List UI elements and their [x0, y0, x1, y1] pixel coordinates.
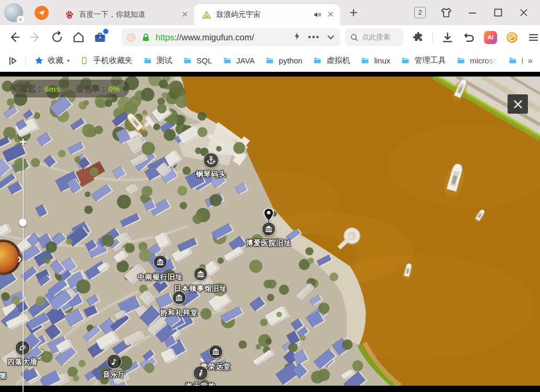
chevron-down-icon[interactable]	[327, 32, 335, 42]
search-icon	[350, 33, 359, 42]
bookmark-item[interactable]: JAVA	[222, 56, 255, 65]
tab-close-icon[interactable]: ✕	[181, 10, 189, 19]
bookmark-item[interactable]: linux	[360, 56, 390, 65]
latency-label: 延迟：	[20, 84, 43, 94]
folder-icon	[182, 56, 193, 65]
bookmark-item[interactable]: K8S	[508, 56, 523, 65]
extensions-puzzle-icon[interactable]	[412, 31, 425, 44]
window-close-button[interactable]	[518, 7, 530, 18]
tab-baidu[interactable]: du 百度一下，你就知道 ✕	[57, 4, 194, 25]
bookmark-item[interactable]: 虚拟机	[312, 56, 350, 66]
avatar-badge: v	[17, 16, 24, 23]
tab-gulangyu[interactable]: 鼓浪屿元宇宙 ✕	[194, 4, 340, 25]
map-marker-label: 博爱医院旧址	[246, 238, 292, 248]
svg-text:du: du	[68, 15, 71, 18]
bookmark-label: K8S	[522, 56, 523, 65]
folder-icon	[508, 56, 518, 65]
zoom-in-control[interactable]: +	[18, 135, 28, 149]
map-marker-label: 音乐厅	[103, 370, 126, 379]
new-tab-button[interactable]: +	[349, 6, 358, 19]
folder-icon	[312, 56, 323, 65]
museum-icon	[194, 267, 208, 281]
reload-button[interactable]	[50, 30, 64, 44]
back-button[interactable]	[7, 30, 21, 44]
download-icon[interactable]	[441, 31, 454, 44]
tab-close-icon[interactable]: ✕	[326, 10, 335, 19]
theme-shirt-icon[interactable]	[440, 6, 453, 19]
map-marker-label: 第	[0, 372, 7, 381]
more-dots-icon[interactable]: •••	[308, 32, 320, 42]
bookmark-label: linux	[374, 56, 390, 65]
search-placeholder: 点此搜索	[362, 32, 390, 42]
close-game-button[interactable]	[508, 94, 528, 114]
bookmarks-overflow-icon[interactable]: »	[528, 56, 533, 66]
latency-value: 6ms	[45, 84, 60, 93]
browser-window: v du 百度一下，你就知道 ✕ 鼓浪屿元宇宙 ✕ + 2	[0, 0, 540, 392]
map-marker-label: 协和礼拜堂	[160, 308, 199, 318]
home-button[interactable]	[72, 30, 85, 44]
site-icon	[127, 33, 136, 42]
folder-icon	[142, 56, 153, 65]
network-status-hud: 延迟： 6ms 丢包率： 0%	[10, 80, 129, 97]
packet-loss-value: 0%	[108, 84, 120, 93]
packet-loss-label: 丢包率：	[76, 84, 107, 94]
audio-playing-icon[interactable]	[313, 10, 322, 19]
bookmark-item[interactable]: python	[265, 56, 302, 65]
sidebar-toggle-icon[interactable]	[7, 55, 19, 67]
close-icon	[513, 99, 523, 110]
ai-assistant-icon[interactable]: AI	[484, 31, 497, 44]
caret-down-icon[interactable]: ▾	[67, 58, 70, 63]
url-bar[interactable]: https://www.migufun.com/ •••	[122, 28, 340, 46]
titlebar: v du 百度一下，你就知道 ✕ 鼓浪屿元宇宙 ✕ + 2	[0, 0, 540, 25]
bookmark-items: 手机收藏夹测试SQLJAVApython虚拟机linux管理工具microsoK…	[79, 56, 523, 66]
maximize-button[interactable]	[492, 7, 504, 18]
game-map[interactable]: 钢琴码头博爱医院旧址中南银行旧址日本领事馆旧址协和礼拜堂四落大厝音乐厅黄荣远堂海…	[0, 77, 540, 386]
folder-icon	[456, 56, 466, 65]
bookmark-label: python	[279, 56, 302, 65]
bookmark-label: 测试	[157, 56, 172, 66]
map-marker-label: 海天堂构	[185, 382, 216, 386]
search-box[interactable]: 点此搜索	[345, 28, 403, 46]
undo-history-icon[interactable]	[462, 31, 476, 44]
anchor-icon	[203, 153, 219, 168]
museum-icon	[153, 255, 168, 269]
tab-title: 百度一下，你就知道	[79, 10, 181, 19]
bookmark-label: 管理工具	[414, 56, 446, 66]
triangle-site-icon	[202, 10, 212, 20]
quick-send-icon[interactable]	[35, 6, 49, 20]
zoom-slider-handle[interactable]	[19, 219, 27, 226]
lightning-icon[interactable]	[293, 31, 301, 43]
folder-icon	[360, 56, 370, 65]
baidu-paw-icon: du	[64, 10, 74, 20]
zoom-slider-track[interactable]	[23, 158, 24, 392]
favorites-menu[interactable]: 收藏 ▾	[34, 56, 70, 66]
bookmark-label: JAVA	[236, 56, 255, 65]
divider	[25, 56, 26, 66]
phone-icon	[79, 56, 90, 65]
bookmarks-bar: 收藏 ▾ 手机收藏夹测试SQLJAVApython虚拟机linux管理工具mic…	[0, 49, 540, 72]
workspace-briefcase-icon[interactable]	[93, 30, 107, 44]
music-icon	[107, 354, 122, 369]
game-viewport: 钢琴码头博爱医院旧址中南银行旧址日本领事馆旧址协和礼拜堂四落大厝音乐厅黄荣远堂海…	[0, 72, 540, 392]
bookmark-item[interactable]: microso	[456, 56, 498, 65]
person-icon	[193, 366, 208, 381]
bookmark-item[interactable]: 测试	[142, 56, 172, 66]
bookmark-item[interactable]: 管理工具	[400, 56, 446, 66]
folder-icon	[222, 56, 233, 65]
bookmark-item[interactable]: SQL	[182, 56, 212, 65]
url-text[interactable]: https://www.migufun.com/	[156, 32, 286, 42]
bookmark-label: 手机收藏夹	[93, 56, 133, 66]
expand-chevron-icon[interactable]: ›	[17, 251, 21, 266]
favorites-label: 收藏	[48, 56, 63, 66]
map-marker-label: 中南银行旧址	[138, 273, 183, 282]
forward-button[interactable]	[29, 30, 42, 44]
folder-icon	[265, 56, 275, 65]
coin-logo-icon[interactable]	[505, 31, 519, 44]
menu-hamburger-icon[interactable]	[527, 31, 540, 44]
bookmark-label: SQL	[196, 56, 212, 65]
tab-count-badge[interactable]: 2	[414, 7, 426, 18]
user-avatar[interactable]: v	[4, 3, 23, 22]
tab-title: 鼓浪屿元宇宙	[216, 10, 313, 19]
minimize-button[interactable]	[467, 7, 478, 18]
bookmark-item[interactable]: 手机收藏夹	[79, 56, 133, 66]
